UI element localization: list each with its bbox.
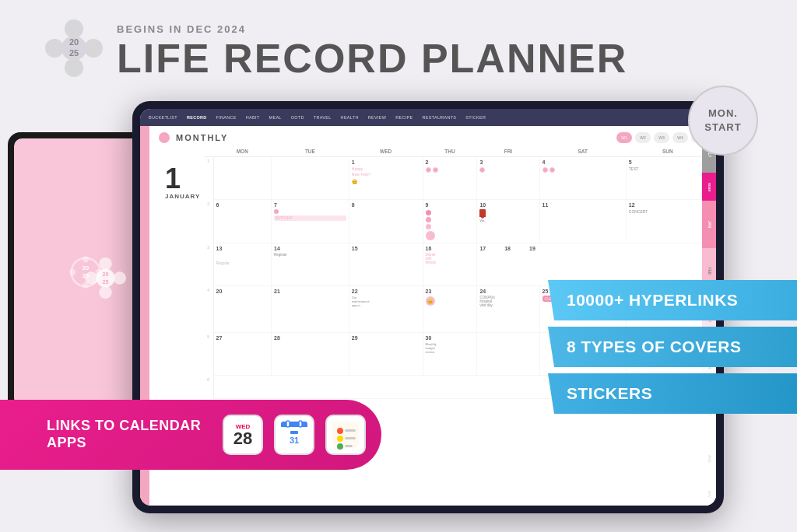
hyperlinks-ribbon: 10000+ HYPERLINKS bbox=[548, 280, 797, 320]
nav-finance[interactable]: FINANCE bbox=[212, 114, 241, 121]
svg-point-26 bbox=[337, 443, 343, 450]
table-row: 2 6 7 BATH DAY bbox=[204, 200, 710, 243]
calendar-date-app-icon[interactable]: WED 28 bbox=[223, 415, 263, 455]
nav-health[interactable]: HEALTH bbox=[337, 114, 363, 121]
big-date-month: JANUARY bbox=[165, 193, 200, 200]
header: BEGINS IN DEC 2024 LIFE RECORD PLANNER bbox=[117, 23, 627, 79]
svg-rect-19 bbox=[286, 421, 290, 427]
nav-habit[interactable]: HABIT bbox=[242, 114, 264, 121]
reminders-app-icon[interactable] bbox=[325, 415, 366, 455]
nav-ootd[interactable]: OOTD bbox=[287, 114, 308, 121]
big-date-number: 1 bbox=[165, 165, 200, 193]
col-thu: THU bbox=[423, 146, 477, 157]
banner-pill: LINKS TO CALENDAR APPS WED 28 31 bbox=[0, 400, 381, 470]
week-btn-w4[interactable]: W4 bbox=[672, 132, 688, 143]
svg-point-7 bbox=[65, 19, 83, 38]
flower-logo-left-tablet: 20 25 bbox=[84, 257, 127, 299]
svg-point-28 bbox=[99, 257, 112, 271]
col-fri: FRI bbox=[477, 146, 539, 157]
big-date-display: 1 JANUARY bbox=[165, 165, 200, 200]
svg-rect-23 bbox=[345, 429, 356, 432]
hyperlinks-label: 10000+ HYPERLINKS bbox=[567, 291, 738, 309]
stickers-label: STICKERS bbox=[567, 384, 652, 402]
svg-point-31 bbox=[114, 271, 127, 285]
svg-point-22 bbox=[337, 428, 343, 434]
svg-rect-27 bbox=[345, 445, 353, 447]
covers-label: 8 TYPES OF COVERS bbox=[567, 338, 741, 355]
svg-rect-21 bbox=[332, 422, 359, 448]
nav-record[interactable]: RECORD bbox=[183, 114, 211, 121]
logo-flower: 20 25 bbox=[43, 17, 105, 79]
svg-text:20: 20 bbox=[102, 271, 108, 278]
svg-point-24 bbox=[337, 436, 343, 442]
col-mon: MON bbox=[213, 146, 271, 157]
nav-sticker[interactable]: STICKER bbox=[462, 114, 490, 121]
svg-text:31: 31 bbox=[290, 436, 299, 445]
svg-text:25: 25 bbox=[69, 48, 79, 58]
svg-rect-20 bbox=[299, 421, 302, 427]
week-btn-w3[interactable]: W3 bbox=[654, 132, 669, 143]
feature-ribbons: 10000+ HYPERLINKS 8 TYPES OF COVERS STIC… bbox=[548, 280, 797, 414]
monthly-icon bbox=[159, 132, 170, 143]
svg-rect-25 bbox=[345, 437, 356, 439]
svg-point-29 bbox=[99, 286, 112, 299]
mon-start-line2: START bbox=[704, 121, 741, 135]
calendar-day-number: 28 bbox=[233, 430, 252, 447]
col-tue: TUE bbox=[271, 146, 349, 157]
col-sat: SAT bbox=[539, 146, 626, 157]
covers-ribbon: 8 TYPES OF COVERS bbox=[548, 327, 797, 367]
mon-start-line1: MON. bbox=[708, 107, 738, 121]
monthly-header: MONTHLY W1 W2 W3 W4 W5 bbox=[149, 126, 716, 146]
svg-rect-17 bbox=[290, 431, 298, 434]
svg-point-30 bbox=[85, 271, 98, 285]
nav-bucketlist[interactable]: BUCKETLIST bbox=[145, 114, 181, 121]
page-title: LIFE RECORD PLANNER bbox=[117, 38, 627, 79]
col-sun: SUN bbox=[626, 146, 709, 157]
mon-start-badge: MON. START bbox=[688, 86, 758, 156]
nav-travel[interactable]: TRAVEL bbox=[310, 114, 335, 121]
nav-review[interactable]: REVIEW bbox=[364, 114, 391, 121]
tablet-navigation: BUCKETLIST RECORD FINANCE HABIT MEAL OOT… bbox=[140, 109, 716, 126]
svg-point-8 bbox=[65, 58, 83, 77]
svg-text:20: 20 bbox=[69, 37, 79, 47]
nav-meal[interactable]: MEAL bbox=[265, 114, 286, 121]
stickers-ribbon: STICKERS bbox=[548, 373, 797, 414]
nav-restaurants[interactable]: RESTAURANTS bbox=[418, 114, 460, 121]
svg-text:25: 25 bbox=[102, 278, 108, 285]
nav-recipe[interactable]: RECIPE bbox=[391, 114, 416, 121]
bottom-banner: LINKS TO CALENDAR APPS WED 28 31 bbox=[0, 400, 381, 470]
col-wed: WED bbox=[349, 146, 423, 157]
begins-label: BEGINS IN DEC 2024 bbox=[117, 23, 627, 35]
table-row: 1 1 HappyNew Year!! 😊 2 bbox=[204, 157, 710, 200]
week-btn-w2[interactable]: W2 bbox=[635, 132, 651, 143]
google-calendar-app-icon[interactable]: 31 bbox=[274, 415, 314, 455]
week-btn-w1[interactable]: W1 bbox=[616, 132, 632, 143]
banner-text: LINKS TO CALENDAR APPS bbox=[47, 418, 212, 451]
svg-point-10 bbox=[84, 39, 103, 58]
svg-point-3 bbox=[69, 269, 75, 275]
svg-point-9 bbox=[45, 39, 64, 58]
monthly-label: MONTHLY bbox=[176, 133, 228, 142]
